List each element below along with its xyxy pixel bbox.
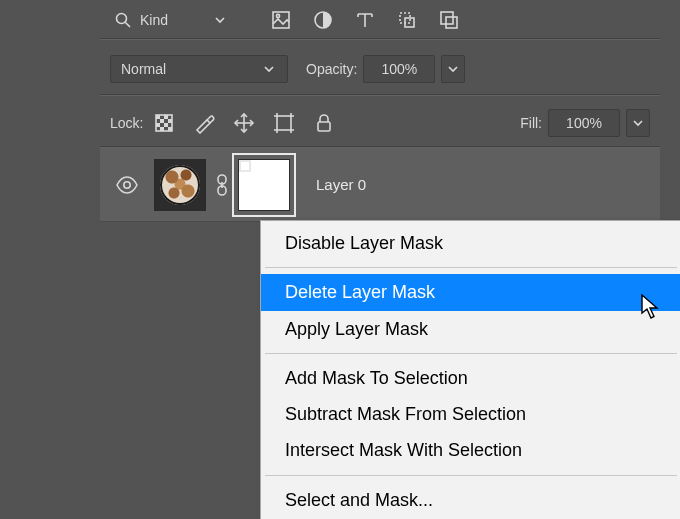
mask-link-icon[interactable] — [210, 174, 234, 196]
divider — [100, 146, 660, 147]
fill-label: Fill: — [520, 115, 542, 131]
menu-separator — [265, 353, 677, 354]
lock-all-icon[interactable] — [313, 112, 335, 134]
lock-position-move-icon[interactable] — [233, 112, 255, 134]
smart-object-filter-icon[interactable] — [438, 9, 460, 31]
divider — [100, 94, 660, 95]
svg-rect-17 — [168, 127, 172, 131]
chevron-down-icon — [259, 63, 279, 75]
ctx-apply-layer-mask[interactable]: Apply Layer Mask — [261, 311, 680, 347]
opacity-label: Opacity: — [306, 61, 357, 77]
svg-rect-20 — [277, 116, 291, 130]
svg-rect-15 — [164, 123, 168, 127]
blend-mode-value: Normal — [121, 61, 166, 77]
ctx-intersect-mask-with-selection[interactable]: Intersect Mask With Selection — [261, 432, 680, 468]
svg-point-30 — [124, 181, 130, 187]
svg-rect-12 — [160, 119, 164, 123]
svg-rect-13 — [168, 119, 172, 123]
menu-separator — [265, 267, 677, 268]
lock-artboard-icon[interactable] — [273, 112, 295, 134]
lock-image-brush-icon[interactable] — [193, 112, 215, 134]
adjustment-layers-filter-icon[interactable] — [312, 9, 334, 31]
ctx-subtract-mask-from-selection[interactable]: Subtract Mask From Selection — [261, 396, 680, 432]
layer-name-label[interactable]: Layer 0 — [316, 176, 366, 193]
svg-rect-11 — [164, 115, 168, 119]
menu-separator — [265, 475, 677, 476]
fill-flyout-button[interactable] — [626, 109, 650, 137]
svg-rect-16 — [160, 127, 164, 131]
kind-label: Kind — [140, 12, 168, 28]
layer-mask-context-menu: Disable Layer Mask Delete Layer Mask App… — [260, 220, 680, 519]
filter-row: Kind — [110, 0, 630, 40]
ctx-select-and-mask[interactable]: Select and Mask... — [261, 482, 680, 518]
blend-mode-dropdown[interactable]: Normal — [110, 55, 288, 83]
opacity-value-input[interactable]: 100% — [363, 55, 435, 83]
blend-opacity-row: Normal Opacity: 100% — [110, 50, 650, 88]
layer-row[interactable]: Layer 0 — [100, 148, 660, 222]
lock-transparency-icon[interactable] — [153, 112, 175, 134]
opacity-value: 100% — [381, 61, 417, 77]
lock-fill-row: Lock: — [110, 105, 650, 141]
svg-rect-10 — [156, 115, 160, 119]
opacity-flyout-button[interactable] — [441, 55, 465, 83]
type-layers-filter-icon[interactable] — [354, 9, 376, 31]
svg-point-0 — [117, 14, 127, 24]
lock-label: Lock: — [110, 115, 143, 131]
search-icon — [114, 11, 132, 29]
shape-layers-filter-icon[interactable] — [396, 9, 418, 31]
fill-value: 100% — [566, 115, 602, 131]
svg-rect-14 — [156, 123, 160, 127]
layer-thumbnail[interactable] — [154, 159, 206, 211]
filter-type-icons — [270, 9, 460, 31]
divider — [100, 38, 660, 39]
svg-line-1 — [125, 22, 130, 27]
layer-mask-thumbnail[interactable] — [238, 159, 290, 211]
ctx-add-mask-to-selection[interactable]: Add Mask To Selection — [261, 360, 680, 396]
svg-rect-7 — [441, 12, 453, 24]
kind-filter-dropdown[interactable]: Kind — [110, 9, 230, 31]
layer-visibility-eye-icon[interactable] — [114, 172, 140, 198]
fill-group: Fill: 100% — [520, 109, 650, 137]
chevron-down-icon — [214, 14, 226, 26]
svg-point-3 — [276, 14, 279, 17]
ctx-disable-layer-mask[interactable]: Disable Layer Mask — [261, 225, 680, 261]
svg-rect-29 — [318, 122, 330, 131]
ctx-delete-layer-mask[interactable]: Delete Layer Mask — [261, 274, 680, 310]
pixel-layers-filter-icon[interactable] — [270, 9, 292, 31]
opacity-group: Opacity: 100% — [306, 55, 465, 83]
svg-rect-8 — [446, 17, 457, 28]
fill-value-input[interactable]: 100% — [548, 109, 620, 137]
